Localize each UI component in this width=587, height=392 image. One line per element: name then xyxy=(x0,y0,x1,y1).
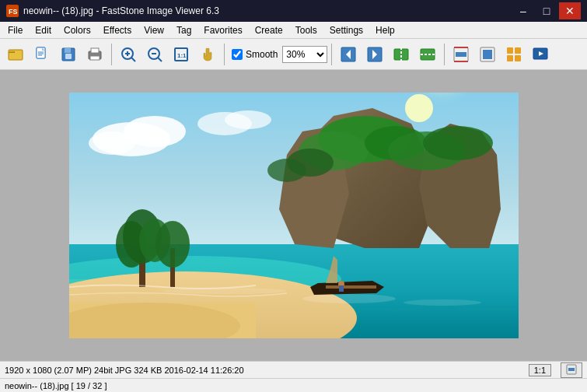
svg-point-78 xyxy=(404,299,481,306)
toolbar-separator-3 xyxy=(331,44,332,65)
actual-size-button[interactable]: 1:1 xyxy=(169,42,194,67)
hand-tool-button[interactable] xyxy=(195,42,220,67)
title-controls: – □ ✕ xyxy=(512,2,581,19)
toolbar: 1:1 Smooth 30% 10% 25% 50% 75% 100% xyxy=(0,39,587,70)
zoom-out-button[interactable] xyxy=(142,42,167,67)
svg-point-72 xyxy=(155,221,190,268)
menu-settings[interactable]: Settings xyxy=(323,22,369,38)
window-title: neowin-- (18).jpg - FastStone Image View… xyxy=(23,5,219,16)
slideshow-button[interactable] xyxy=(528,42,553,67)
menu-effects[interactable]: Effects xyxy=(97,22,138,38)
print-button[interactable] xyxy=(82,42,107,67)
main-area xyxy=(0,70,587,361)
svg-rect-42 xyxy=(507,55,513,61)
zoom-select[interactable]: 30% 10% 25% 50% 75% 100% xyxy=(282,46,327,63)
svg-line-18 xyxy=(131,58,135,61)
svg-point-51 xyxy=(89,131,135,155)
svg-text:FS: FS xyxy=(9,8,18,16)
flip-h-button[interactable] xyxy=(389,42,414,67)
ratio-button[interactable]: 1:1 xyxy=(529,364,551,376)
svg-point-65 xyxy=(423,126,493,160)
svg-rect-35 xyxy=(456,52,466,57)
image-display xyxy=(69,93,519,338)
maximize-button[interactable]: □ xyxy=(536,2,557,19)
svg-rect-15 xyxy=(91,48,99,53)
app-icon: FS xyxy=(6,5,19,17)
menu-file[interactable]: File xyxy=(2,22,29,38)
status-zoom-button[interactable] xyxy=(561,362,582,378)
menu-favorites[interactable]: Favorites xyxy=(197,22,248,38)
svg-line-22 xyxy=(158,58,162,61)
zoom-in-button[interactable] xyxy=(116,42,141,67)
menu-create[interactable]: Create xyxy=(249,22,289,38)
svg-point-76 xyxy=(302,294,396,303)
svg-rect-4 xyxy=(9,50,14,52)
svg-point-48 xyxy=(405,94,433,122)
close-button[interactable]: ✕ xyxy=(559,2,581,19)
open-file-button[interactable] xyxy=(30,42,54,67)
menu-tag[interactable]: Tag xyxy=(170,22,197,38)
toolbar-separator-1 xyxy=(111,44,112,65)
svg-point-66 xyxy=(267,159,306,182)
toolbar-separator-4 xyxy=(444,44,445,65)
prev-image-button[interactable] xyxy=(336,42,361,67)
menu-view[interactable]: View xyxy=(138,22,170,38)
svg-rect-12 xyxy=(65,48,71,53)
svg-rect-39 xyxy=(483,50,492,59)
svg-rect-80 xyxy=(568,368,575,371)
svg-rect-43 xyxy=(515,55,521,61)
title-left: FS neowin-- (18).jpg - FastStone Image V… xyxy=(6,5,219,17)
smooth-container: Smooth xyxy=(232,49,278,60)
image-container xyxy=(69,93,519,338)
status-bar: 1920 x 1080 (2.07 MP) 24bit JPG 324 KB 2… xyxy=(0,361,587,378)
menu-bar: File Edit Colors Effects View Tag Favori… xyxy=(0,22,587,39)
status-right-controls: 1:1 xyxy=(529,362,582,378)
svg-rect-30 xyxy=(394,49,408,60)
svg-rect-75 xyxy=(339,285,344,292)
svg-rect-40 xyxy=(507,47,513,54)
fullscreen-button[interactable] xyxy=(475,42,500,67)
svg-text:1:1: 1:1 xyxy=(177,52,187,59)
menu-help[interactable]: Help xyxy=(369,22,401,38)
svg-rect-6 xyxy=(37,47,45,58)
next-image-button[interactable] xyxy=(362,42,387,67)
filename-status: neowin-- (18).jpg [ 19 / 32 ] xyxy=(5,381,107,390)
title-bar: FS neowin-- (18).jpg - FastStone Image V… xyxy=(0,0,587,22)
fit-width-button[interactable] xyxy=(449,42,473,67)
smooth-checkbox[interactable] xyxy=(232,49,243,60)
svg-rect-16 xyxy=(90,56,100,60)
menu-colors[interactable]: Colors xyxy=(58,22,97,38)
svg-point-53 xyxy=(225,110,271,129)
svg-rect-13 xyxy=(65,54,72,59)
menu-tools[interactable]: Tools xyxy=(289,22,323,38)
thumbnail-button[interactable] xyxy=(501,42,526,67)
status-info: 1920 x 1080 (2.07 MP) 24bit JPG 324 KB 2… xyxy=(5,366,244,375)
flip-v-button[interactable] xyxy=(415,42,440,67)
menu-edit[interactable]: Edit xyxy=(29,22,58,38)
status-bottom: neowin-- (18).jpg [ 19 / 32 ] xyxy=(0,378,587,392)
smooth-label: Smooth xyxy=(246,49,278,60)
toolbar-separator-2 xyxy=(224,44,225,65)
open-folder-button[interactable] xyxy=(3,42,28,67)
svg-rect-41 xyxy=(515,47,521,54)
minimize-button[interactable]: – xyxy=(512,2,534,19)
svg-rect-73 xyxy=(326,285,376,289)
save-button[interactable] xyxy=(56,42,81,67)
